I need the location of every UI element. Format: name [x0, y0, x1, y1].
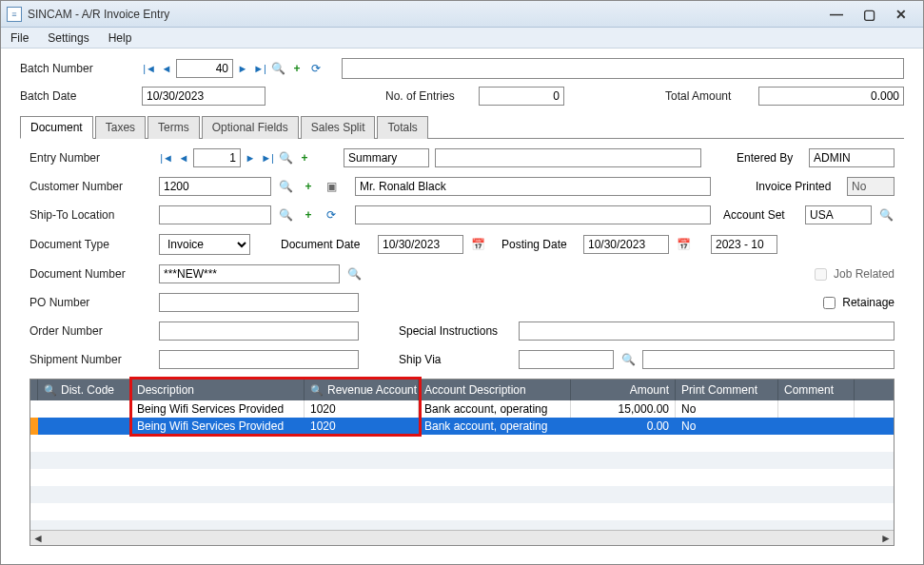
- menu-bar: File Settings Help: [1, 28, 923, 49]
- shipvia-desc-input[interactable]: [642, 350, 895, 369]
- maximize-button[interactable]: ▢: [853, 5, 885, 24]
- scroll-right-icon[interactable]: ►: [880, 532, 892, 545]
- docdate-label: Document Date: [281, 238, 372, 251]
- entry-next-icon[interactable]: ►: [243, 149, 258, 166]
- refresh-icon[interactable]: ⟳: [307, 60, 324, 77]
- entries-value: 0: [479, 87, 564, 106]
- tabs: Document Taxes Terms Optional Fields Sal…: [20, 115, 904, 139]
- docdate-input[interactable]: 10/30/2023: [378, 235, 463, 254]
- job-related-check[interactable]: Job Related: [811, 265, 895, 283]
- docdate-cal-icon[interactable]: 📅: [469, 236, 486, 253]
- order-label: Order Number: [29, 324, 153, 338]
- doctype-select[interactable]: Invoice: [159, 234, 250, 255]
- grid-row-selected[interactable]: Being Wifi Services Provided 1020 Bank a…: [30, 418, 894, 435]
- prev-icon[interactable]: ◄: [159, 60, 174, 77]
- grid-row-empty[interactable]: [30, 435, 894, 452]
- search-icon: 🔍: [310, 384, 324, 397]
- batch-number-input[interactable]: [176, 59, 233, 78]
- customer-label: Customer Number: [29, 180, 153, 193]
- tab-terms[interactable]: Terms: [147, 116, 200, 139]
- docnum-label: Document Number: [29, 267, 153, 281]
- invoice-printed-value: No: [847, 177, 895, 196]
- grid-row-empty[interactable]: [30, 452, 894, 469]
- document-pane: Entry Number |◄ ◄ ► ►| 🔍 + Summary Enter…: [20, 139, 904, 546]
- col-account-desc[interactable]: Account Description: [419, 380, 571, 400]
- shipto-search-icon[interactable]: 🔍: [277, 206, 294, 224]
- entry-search-icon[interactable]: 🔍: [277, 149, 294, 166]
- shipment-input[interactable]: [159, 350, 359, 369]
- tab-sales-split[interactable]: Sales Split: [301, 116, 376, 139]
- search-icon: 🔍: [44, 384, 57, 397]
- special-input[interactable]: [519, 321, 895, 341]
- shipto-input[interactable]: [159, 205, 271, 224]
- horizontal-scrollbar[interactable]: ◄ ►: [30, 530, 894, 545]
- new-icon[interactable]: +: [288, 60, 305, 77]
- grid-row-empty[interactable]: [30, 503, 894, 520]
- customer-drill-icon[interactable]: ▣: [323, 178, 340, 195]
- entry-prev-icon[interactable]: ◄: [176, 149, 191, 166]
- menu-help[interactable]: Help: [108, 31, 132, 45]
- col-comment[interactable]: Comment: [778, 380, 855, 400]
- entry-first-icon[interactable]: |◄: [159, 149, 174, 166]
- account-set-input[interactable]: USA: [805, 205, 872, 224]
- grid-body[interactable]: Being Wifi Services Provided 1020 Bank a…: [30, 400, 894, 530]
- shipto-desc: [355, 205, 711, 224]
- shipto-new-icon[interactable]: +: [300, 206, 317, 224]
- batch-date-input[interactable]: 10/30/2023: [142, 87, 265, 106]
- po-input[interactable]: [159, 293, 359, 312]
- batch-date-label: Batch Date: [20, 89, 134, 103]
- postdate-input[interactable]: 10/30/2023: [583, 235, 669, 254]
- col-dist-code[interactable]: 🔍Dist. Code: [38, 380, 131, 400]
- customer-new-icon[interactable]: +: [300, 178, 317, 195]
- order-input[interactable]: [159, 321, 359, 341]
- entry-number-input[interactable]: [193, 148, 241, 167]
- menu-file[interactable]: File: [10, 31, 29, 45]
- row-marker-icon: [30, 418, 38, 435]
- account-set-search-icon[interactable]: 🔍: [877, 206, 895, 224]
- tab-taxes[interactable]: Taxes: [95, 116, 146, 139]
- customer-input[interactable]: 1200: [159, 177, 271, 196]
- col-amount[interactable]: Amount: [571, 380, 676, 400]
- grid-row-empty[interactable]: [30, 486, 894, 503]
- minimize-button[interactable]: —: [820, 5, 853, 24]
- grid-row-empty[interactable]: [30, 520, 894, 530]
- menu-settings[interactable]: Settings: [48, 31, 88, 45]
- customer-search-icon[interactable]: 🔍: [277, 178, 294, 195]
- shipvia-search-icon[interactable]: 🔍: [619, 351, 637, 368]
- window-title: SINCAM - A/R Invoice Entry: [28, 8, 820, 21]
- docnum-search-icon[interactable]: 🔍: [345, 265, 363, 282]
- batch-description-input[interactable]: [342, 58, 904, 79]
- col-description[interactable]: Description: [131, 380, 305, 400]
- tab-optional-fields[interactable]: Optional Fields: [202, 116, 299, 139]
- entered-by-value: ADMIN: [809, 148, 895, 167]
- shipto-zoom-icon[interactable]: ⟳: [323, 206, 340, 224]
- summary-input[interactable]: [435, 148, 701, 167]
- grid-header: 🔍Dist. Code Description 🔍Revenue Account…: [30, 380, 894, 400]
- tab-document[interactable]: Document: [20, 116, 93, 139]
- shipvia-code-input[interactable]: [519, 350, 614, 369]
- total-value: 0.000: [758, 87, 904, 106]
- close-button[interactable]: ✕: [885, 5, 917, 24]
- entry-new-icon[interactable]: +: [296, 149, 313, 166]
- last-icon[interactable]: ►|: [252, 60, 267, 77]
- app-icon: ≡: [7, 7, 22, 22]
- col-revenue-account[interactable]: 🔍Revenue Account: [305, 380, 419, 400]
- special-label: Special Instructions: [399, 324, 513, 338]
- docnum-input[interactable]: ***NEW***: [159, 264, 340, 283]
- next-icon[interactable]: ►: [235, 60, 250, 77]
- entries-label: No. of Entries: [385, 89, 471, 103]
- tab-totals[interactable]: Totals: [377, 116, 427, 139]
- entry-last-icon[interactable]: ►|: [260, 149, 275, 166]
- col-print-comment[interactable]: Print Comment: [676, 380, 778, 400]
- customer-name: Mr. Ronald Black: [355, 177, 711, 196]
- grid-row[interactable]: Being Wifi Services Provided 1020 Bank a…: [30, 400, 894, 418]
- first-icon[interactable]: |◄: [142, 60, 157, 77]
- retainage-check[interactable]: Retainage: [819, 294, 895, 312]
- scroll-left-icon[interactable]: ◄: [32, 532, 44, 545]
- title-bar: ≡ SINCAM - A/R Invoice Entry — ▢ ✕: [1, 1, 923, 28]
- summary-label-box: Summary: [344, 148, 429, 167]
- search-icon[interactable]: 🔍: [269, 60, 286, 77]
- shipment-label: Shipment Number: [29, 353, 153, 366]
- postdate-cal-icon[interactable]: 📅: [675, 236, 692, 253]
- grid-row-empty[interactable]: [30, 469, 894, 486]
